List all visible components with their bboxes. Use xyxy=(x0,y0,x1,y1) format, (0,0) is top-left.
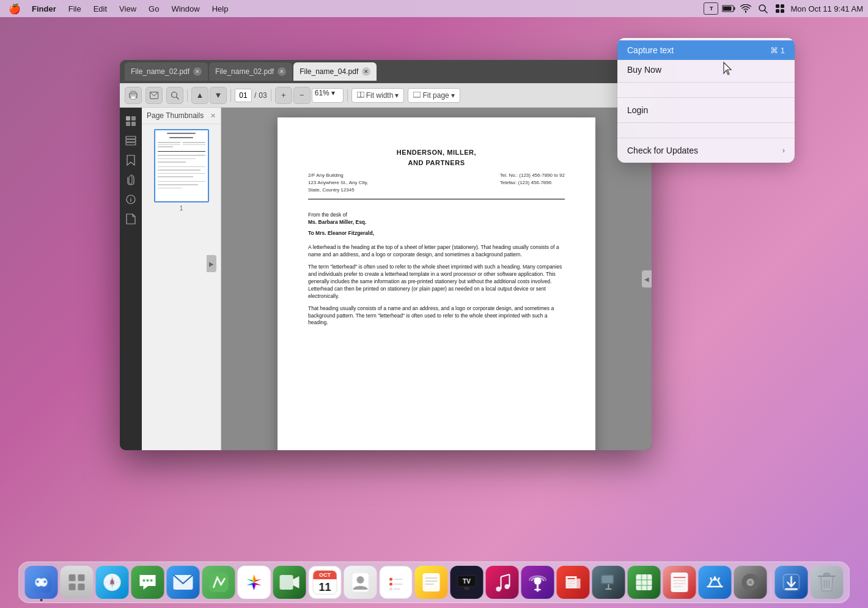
thumbnail-title: Page Thumbnails xyxy=(147,111,204,120)
svg-point-56 xyxy=(389,588,392,591)
search-button[interactable] xyxy=(166,87,183,104)
tab-2-label: File_name_02.pdf xyxy=(215,67,274,76)
menu-item-buy-now[interactable]: Buy Now xyxy=(617,60,795,80)
svg-rect-45 xyxy=(209,573,229,592)
dock-calendar[interactable]: OCT 11 xyxy=(309,566,342,599)
dock-music[interactable] xyxy=(486,566,519,599)
dock-maps[interactable] xyxy=(202,566,235,599)
menubar-right: T xyxy=(704,2,863,15)
dock-trash[interactable] xyxy=(811,566,844,599)
sidebar-notes-icon[interactable] xyxy=(122,210,139,228)
email-button[interactable] xyxy=(145,87,163,104)
dock-finder[interactable] xyxy=(25,566,58,599)
firm-name-2: AND PARTNERS xyxy=(308,158,565,168)
menubar-go[interactable]: Go xyxy=(144,3,164,15)
thumbnail-page-num: 1 xyxy=(180,205,183,212)
svg-rect-8 xyxy=(781,9,784,13)
pdf-content-area[interactable]: HENDERSON, MILLER, AND PARTNERS 2/F Any … xyxy=(221,108,652,450)
menubar-finder[interactable]: Finder xyxy=(27,3,61,15)
zoom-in-button[interactable]: + xyxy=(275,87,292,104)
spotlight-icon[interactable] xyxy=(756,3,770,14)
menubar-clock: Mon Oct 11 9:41 AM xyxy=(790,4,863,13)
dock-launchpad[interactable] xyxy=(61,566,94,599)
sidebar-attachment-icon[interactable] xyxy=(122,171,139,188)
pdf-p3: That heading usually consists of a name … xyxy=(308,305,565,327)
thumbnail-page-1[interactable]: 1 xyxy=(154,129,209,212)
sidebar-bookmark-icon[interactable] xyxy=(122,152,139,169)
right-collapse-arrow[interactable]: ◀ xyxy=(642,270,652,287)
thumbnail-panel: Page Thumbnails ✕ xyxy=(142,108,221,450)
menubar-window[interactable]: Window xyxy=(166,3,204,15)
thumbnail-close[interactable]: ✕ xyxy=(210,112,216,120)
sidebar-info-icon[interactable]: i xyxy=(122,191,139,208)
sidebar-collapse-arrow[interactable]: ▶ xyxy=(207,255,216,272)
tab-2[interactable]: File_name_02.pdf ✕ xyxy=(209,62,292,81)
page-input[interactable] xyxy=(235,89,252,102)
tab-3[interactable]: File_name_04.pdf ✕ xyxy=(293,62,377,81)
svg-rect-22 xyxy=(126,136,136,139)
svg-rect-19 xyxy=(131,116,136,120)
svg-point-95 xyxy=(749,580,752,584)
tab-1-close[interactable]: ✕ xyxy=(193,67,202,76)
svg-rect-35 xyxy=(78,584,85,590)
svg-text:TV: TV xyxy=(463,578,471,585)
zoom-select[interactable]: 61% ▾ xyxy=(312,88,344,103)
dock-notes[interactable] xyxy=(415,566,448,599)
sidebar-layers-icon[interactable] xyxy=(122,132,139,149)
menubar-view[interactable]: View xyxy=(114,3,141,15)
menubar: 🍎 Finder File Edit View Go Window Help T xyxy=(0,0,868,17)
dock-safari[interactable] xyxy=(96,566,129,599)
dock-photos[interactable] xyxy=(238,566,271,599)
dock-messages[interactable] xyxy=(131,566,164,599)
svg-marker-48 xyxy=(293,576,300,588)
dock-news[interactable] xyxy=(557,566,590,599)
svg-rect-79 xyxy=(602,576,613,583)
pdf-header-info: 2/F Any Building123 Anywhere St., Any Ci… xyxy=(308,172,565,194)
dock-downloads[interactable] xyxy=(775,566,808,599)
tab-1[interactable]: File_name_02.pdf ✕ xyxy=(125,62,208,81)
dock-reminders[interactable] xyxy=(380,566,413,599)
dock-numbers[interactable] xyxy=(628,566,661,599)
battery-icon xyxy=(722,3,735,14)
prev-page-button[interactable]: ▲ xyxy=(191,87,208,104)
dock-appstore[interactable] xyxy=(699,566,732,599)
menubar-help[interactable]: Help xyxy=(207,3,234,15)
svg-point-31 xyxy=(44,580,46,583)
dock-pages[interactable] xyxy=(663,566,696,599)
dock-facetime[interactable] xyxy=(273,566,306,599)
svg-rect-100 xyxy=(824,573,830,576)
apple-menu[interactable]: 🍎 xyxy=(5,2,24,16)
dock-tv[interactable]: TV xyxy=(451,566,484,599)
dock-contacts[interactable] xyxy=(344,566,377,599)
svg-point-29 xyxy=(40,578,48,587)
tab-2-close[interactable]: ✕ xyxy=(278,67,286,76)
sep-3 xyxy=(271,89,271,102)
svg-point-54 xyxy=(389,583,392,586)
sidebar-thumbnail-icon[interactable] xyxy=(122,113,139,130)
fit-width-dropdown[interactable]: Fit width ▾ xyxy=(351,88,405,103)
dock-keynote[interactable] xyxy=(592,566,625,599)
ocr-icon[interactable]: T xyxy=(704,2,718,15)
capture-text-label: Capture text xyxy=(627,45,674,55)
menu-item-check-updates[interactable]: Login xyxy=(617,100,795,120)
menubar-edit[interactable]: Edit xyxy=(89,3,112,15)
menubar-file[interactable]: File xyxy=(64,3,86,15)
menu-item-login[interactable] xyxy=(617,85,795,95)
svg-rect-10 xyxy=(131,91,136,94)
fit-page-dropdown[interactable]: Fit page ▾ xyxy=(408,88,460,103)
tab-3-close[interactable]: ✕ xyxy=(362,67,370,76)
dock-mail[interactable] xyxy=(167,566,200,599)
control-center-icon[interactable] xyxy=(773,3,787,14)
tab-3-label: File_name_04.pdf xyxy=(300,67,358,76)
menu-item-more[interactable]: Check for Updates › xyxy=(617,141,795,160)
dock-sysprefs[interactable] xyxy=(734,566,767,599)
zoom-out-button[interactable]: − xyxy=(293,87,311,104)
nav-arrows: ▲ ▼ xyxy=(191,87,227,104)
print-button[interactable] xyxy=(125,87,142,104)
pdf-divider xyxy=(308,199,565,199)
menu-item-capture-text[interactable]: Capture text ⌘ 1 xyxy=(617,40,795,60)
next-page-button[interactable]: ▼ xyxy=(210,87,227,104)
svg-rect-1 xyxy=(734,7,735,10)
dock-podcasts[interactable] xyxy=(521,566,554,599)
menu-item-settings[interactable] xyxy=(617,125,795,135)
